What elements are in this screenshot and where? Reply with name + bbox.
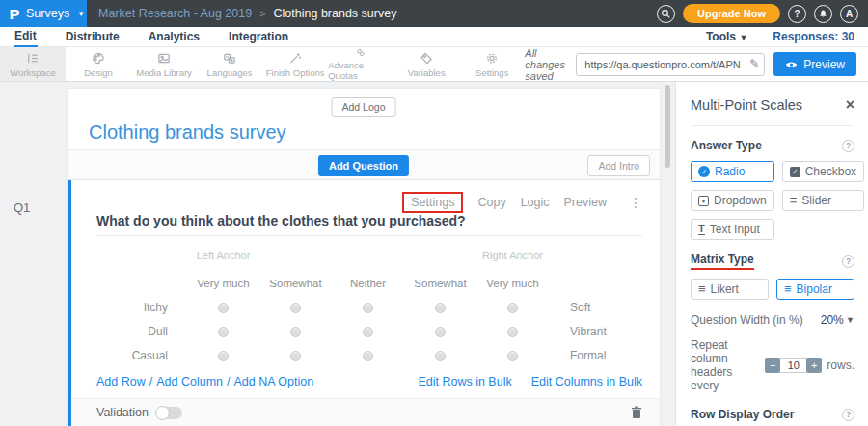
survey-title[interactable]: Clothing brands survey xyxy=(89,121,286,144)
increment-button[interactable]: + xyxy=(806,358,822,373)
radio-button[interactable] xyxy=(507,327,518,337)
add-logo-button[interactable]: Add Logo xyxy=(332,97,396,117)
edit-url-pencil-icon[interactable]: ✎ xyxy=(749,57,759,70)
column-header[interactable]: Somewhat xyxy=(259,267,332,296)
column-header[interactable]: Very much xyxy=(476,267,549,296)
add-question-button[interactable]: Add Question xyxy=(318,155,409,176)
radio-button[interactable] xyxy=(218,327,229,337)
radio-button[interactable] xyxy=(218,351,229,361)
delete-question-button[interactable] xyxy=(631,406,642,419)
help-icon[interactable]: ? xyxy=(842,409,854,421)
search-button[interactable] xyxy=(657,5,675,23)
toolbar-item-workspace[interactable]: Workspace xyxy=(0,47,66,81)
radio-button[interactable] xyxy=(363,327,373,337)
answer-type-checkbox-button[interactable]: ✓ Checkbox xyxy=(782,161,864,182)
edit-columns-in-bulk-link[interactable]: Edit Columns in Bulk xyxy=(531,375,642,388)
radio-button[interactable] xyxy=(290,327,301,337)
matrix-type-likert-button[interactable]: ≡ Likert xyxy=(691,279,769,300)
row-label-right[interactable]: Vibrant xyxy=(549,320,607,344)
question-logic-button[interactable]: Logic xyxy=(521,196,550,209)
more-options-icon[interactable]: ⋮ xyxy=(629,195,642,210)
menu-item-edit[interactable]: Edit xyxy=(14,27,38,47)
question-copy-button[interactable]: Copy xyxy=(477,196,505,209)
edit-rows-in-bulk-link[interactable]: Edit Rows in Bulk xyxy=(418,375,511,388)
row-label-right[interactable]: Soft xyxy=(549,296,607,320)
help-icon[interactable]: ? xyxy=(842,140,854,152)
avatar[interactable]: A xyxy=(840,5,858,23)
question-width-value[interactable]: 20% xyxy=(821,313,844,327)
top-header-bar: P Surveys ▼ Market Research - Aug 2019 >… xyxy=(0,0,868,27)
breadcrumb-separator: > xyxy=(259,8,265,19)
column-header[interactable]: Somewhat xyxy=(404,267,476,296)
answer-type-label: Text Input xyxy=(710,223,760,236)
radio-button[interactable] xyxy=(290,351,301,361)
survey-url-input[interactable] xyxy=(576,53,765,76)
answer-type-slider-button[interactable]: ≡ Slider xyxy=(782,190,864,211)
upgrade-now-button[interactable]: Upgrade Now xyxy=(683,4,780,23)
toggle-knob xyxy=(155,406,170,420)
question-footer: Validation xyxy=(71,398,660,426)
toolbar-item-variables[interactable]: Variables xyxy=(393,47,459,81)
repeat-headers-input[interactable] xyxy=(780,358,806,373)
tools-dropdown[interactable]: Tools ▼ xyxy=(706,30,747,43)
radio-button[interactable] xyxy=(363,351,373,361)
radio-button[interactable] xyxy=(435,327,446,337)
radio-button[interactable] xyxy=(507,303,518,313)
toolbar-item-design[interactable]: Design xyxy=(66,47,131,81)
answer-type-radio-button[interactable]: ✓ Radio xyxy=(691,161,774,182)
help-button[interactable]: ? xyxy=(788,5,806,23)
radio-button[interactable] xyxy=(435,351,446,361)
answer-type-text-input-button[interactable]: T Text Input xyxy=(691,219,774,240)
question-text[interactable]: What do you think about the clothes that… xyxy=(96,213,466,228)
chevron-down-icon[interactable]: ▼ xyxy=(846,315,854,325)
radio-button[interactable] xyxy=(435,303,446,313)
radio-button[interactable] xyxy=(363,303,373,313)
question-settings-button[interactable]: Settings xyxy=(402,192,463,213)
row-label-left[interactable]: Itchy xyxy=(95,296,187,320)
help-icon[interactable]: ? xyxy=(842,255,854,268)
add-row-link[interactable]: Add Row xyxy=(96,375,146,388)
row-label-left[interactable]: Dull xyxy=(95,320,187,344)
decrement-button[interactable]: − xyxy=(765,358,780,373)
surveys-product-menu[interactable]: P Surveys ▼ xyxy=(0,0,87,27)
toolbar-item-advance-quotas[interactable]: Advance Quotas xyxy=(328,47,393,81)
answer-type-dropdown-button[interactable]: ▾ Dropdown xyxy=(691,190,774,211)
dropdown-icon: ▾ xyxy=(698,196,709,206)
scrollbar-thumb[interactable] xyxy=(665,85,670,168)
answer-type-heading: Answer Type xyxy=(691,139,762,152)
column-header[interactable]: Neither xyxy=(332,267,404,296)
toolbar-item-media-library[interactable]: Media Library xyxy=(131,47,197,81)
menu-item-integration[interactable]: Integration xyxy=(228,28,289,46)
link-separator: / xyxy=(149,375,152,388)
add-na-option-link[interactable]: Add NA Option xyxy=(234,375,314,388)
row-label-left[interactable]: Casual xyxy=(95,344,187,368)
right-anchor-label[interactable]: Right Anchor xyxy=(476,244,549,267)
validation-label: Validation xyxy=(96,406,149,419)
close-icon[interactable]: × xyxy=(846,98,854,112)
preview-button[interactable]: Preview xyxy=(773,52,856,76)
toolbar-item-settings[interactable]: Settings xyxy=(459,47,525,81)
matrix-grid: Left Anchor Right Anchor Very much Somew… xyxy=(95,244,607,368)
radio-button[interactable] xyxy=(507,351,518,361)
validation-toggle[interactable] xyxy=(156,407,182,419)
toolbar-item-languages[interactable]: Languages xyxy=(197,47,262,81)
panel-divider xyxy=(691,125,854,126)
add-intro-button[interactable]: Add Intro xyxy=(587,155,650,176)
add-column-link[interactable]: Add Column xyxy=(156,375,223,388)
menu-item-distribute[interactable]: Distribute xyxy=(65,28,121,46)
notifications-button[interactable] xyxy=(814,5,832,23)
breadcrumb-parent[interactable]: Market Research - Aug 2019 xyxy=(98,7,252,20)
row-label-right[interactable]: Formal xyxy=(549,344,607,368)
responses-count[interactable]: Responses: 30 xyxy=(773,30,854,43)
column-header[interactable]: Very much xyxy=(187,267,259,296)
question-preview-button[interactable]: Preview xyxy=(564,196,607,209)
radio-button[interactable] xyxy=(290,303,301,313)
chevron-down-icon: ▼ xyxy=(739,33,747,42)
toolbar-item-label: Workspace xyxy=(10,67,55,78)
matrix-type-bipolar-button[interactable]: ≡ Bipolar xyxy=(776,279,854,300)
menu-item-analytics[interactable]: Analytics xyxy=(148,28,201,46)
left-anchor-label[interactable]: Left Anchor xyxy=(187,244,259,267)
toolbar-item-finish-options[interactable]: Finish Options xyxy=(262,47,328,81)
radio-button[interactable] xyxy=(218,303,229,313)
tools-label: Tools xyxy=(706,30,736,43)
